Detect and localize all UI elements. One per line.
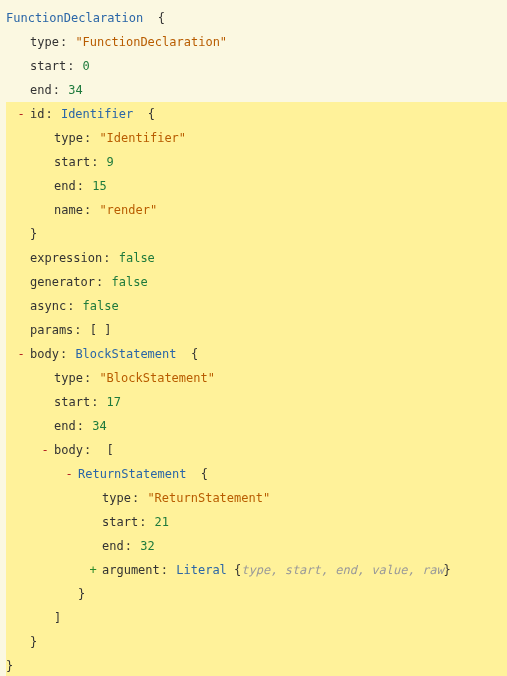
prop-start[interactable]: start: 17 bbox=[54, 390, 507, 414]
collapsed-keys: type, start, end, value, raw bbox=[241, 563, 443, 577]
ctor-name: Literal bbox=[176, 563, 227, 577]
node-header-body-array[interactable]: -body: [ bbox=[54, 438, 507, 462]
prop-start[interactable]: start: 0 bbox=[30, 54, 507, 78]
prop-async[interactable]: async: false bbox=[30, 294, 507, 318]
toggle-icon[interactable]: - bbox=[40, 444, 50, 456]
prop-type[interactable]: type: "Identifier" bbox=[54, 126, 507, 150]
prop-params[interactable]: params: [ ] bbox=[30, 318, 507, 342]
prop-end[interactable]: end: 32 bbox=[102, 534, 507, 558]
prop-start[interactable]: start: 21 bbox=[102, 510, 507, 534]
prop-end[interactable]: end: 34 bbox=[54, 414, 507, 438]
bracket-close: ] bbox=[54, 606, 507, 630]
prop-expression[interactable]: expression: false bbox=[30, 246, 507, 270]
prop-name[interactable]: name: "render" bbox=[54, 198, 507, 222]
brace-close: } bbox=[6, 654, 507, 676]
highlighted-region: -id: Identifier { type: "Identifier" sta… bbox=[6, 102, 507, 676]
brace-close: } bbox=[30, 630, 507, 654]
ctor-name: BlockStatement bbox=[75, 347, 176, 361]
toggle-icon[interactable]: - bbox=[16, 348, 26, 360]
prop-generator[interactable]: generator: false bbox=[30, 270, 507, 294]
node-header-argument[interactable]: +argument: Literal {type, start, end, va… bbox=[102, 558, 507, 582]
toggle-icon[interactable]: - bbox=[16, 108, 26, 120]
node-header-returnstatement[interactable]: -ReturnStatement { bbox=[78, 462, 507, 486]
ctor-name: ReturnStatement bbox=[78, 467, 186, 481]
ctor-name: Identifier bbox=[61, 107, 133, 121]
prop-type[interactable]: type: "FunctionDeclaration" bbox=[30, 30, 507, 54]
node-header-body[interactable]: -body: BlockStatement { bbox=[30, 342, 507, 366]
brace-close: } bbox=[30, 222, 507, 246]
node-header-functiondeclaration[interactable]: FunctionDeclaration { bbox=[6, 6, 507, 30]
ast-tree: FunctionDeclaration { type: "FunctionDec… bbox=[0, 0, 507, 676]
prop-start[interactable]: start: 9 bbox=[54, 150, 507, 174]
toggle-icon[interactable]: + bbox=[88, 564, 98, 576]
prop-end[interactable]: end: 34 bbox=[30, 78, 507, 102]
prop-end[interactable]: end: 15 bbox=[54, 174, 507, 198]
brace-close: } bbox=[78, 582, 507, 606]
prop-type[interactable]: type: "ReturnStatement" bbox=[102, 486, 507, 510]
ctor-name: FunctionDeclaration bbox=[6, 11, 143, 25]
toggle-icon[interactable]: - bbox=[64, 468, 74, 480]
node-header-id[interactable]: -id: Identifier { bbox=[30, 102, 507, 126]
prop-type[interactable]: type: "BlockStatement" bbox=[54, 366, 507, 390]
brace-open: { bbox=[158, 11, 165, 25]
